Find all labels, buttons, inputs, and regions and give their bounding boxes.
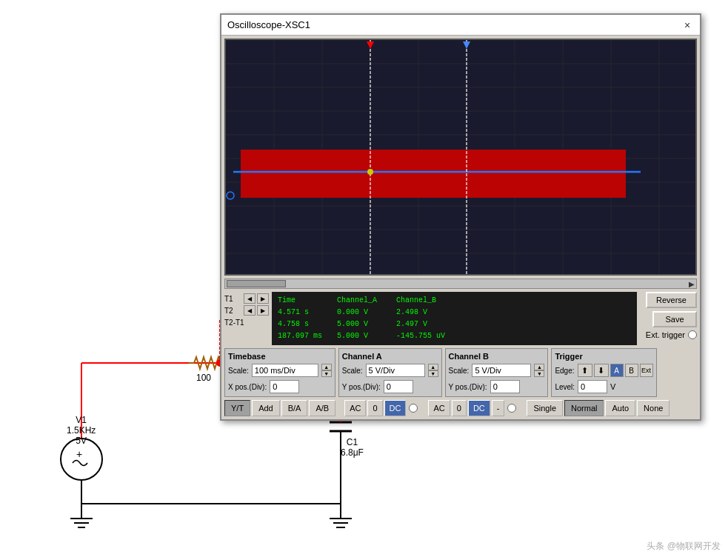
cha-dc-btn[interactable]: DC <box>384 400 407 416</box>
save-button[interactable]: Save <box>652 311 697 327</box>
t2-label: T2 <box>224 307 242 315</box>
v1-component-label: V1 1.5KHz 5V <box>67 415 96 446</box>
reverse-save-area: Reverse Save Ext. trigger <box>646 292 697 339</box>
channel-b-group: Channel B Scale: ▲ ▼ Y pos.(Div): <box>445 348 549 397</box>
auto-mode-btn[interactable]: Auto <box>605 400 635 416</box>
channel-a-title: Channel A <box>342 352 438 361</box>
oscilloscope-screen <box>224 39 697 276</box>
cha-ypos-input[interactable] <box>384 380 413 393</box>
cha-scale-up[interactable]: ▲ <box>428 364 438 370</box>
edge-falling-btn[interactable]: ⬇ <box>594 364 609 377</box>
channel-b-title: Channel B <box>449 352 545 361</box>
measurements-row: T1 ◀ ▶ T2 ◀ ▶ T2-T1 Time Channel_A Chann… <box>224 292 697 345</box>
oscilloscope-title: Oscilloscope-XSC1 <box>227 19 310 30</box>
ext-trigger-indicator <box>688 330 697 339</box>
oscilloscope-titlebar: Oscilloscope-XSC1 × <box>221 15 700 36</box>
t2t1-cha: 5.000 V <box>337 330 396 342</box>
cha-ac-btn[interactable]: AC <box>344 400 366 416</box>
svg-marker-45 <box>463 41 470 49</box>
col-cha-header: Channel_A <box>337 295 396 307</box>
chb-zero-btn[interactable]: 0 <box>452 400 467 416</box>
cha-scale-input[interactable] <box>366 364 425 377</box>
cha-ypos-label: Y pos.(Div): <box>342 383 381 391</box>
timebase-group: Timebase Scale: ▲ ▼ X pos.(Div): <box>224 348 335 397</box>
measurements-display: Time Channel_A Channel_B 4.571 s 0.000 V… <box>272 292 637 345</box>
r-component-label: 100 <box>196 373 211 383</box>
t1-chb: 2.498 V <box>396 307 455 319</box>
t2-cha: 5.000 V <box>337 319 396 330</box>
t2t1-label: T2-T1 <box>224 317 269 327</box>
add-mode-btn[interactable]: Add <box>252 400 280 416</box>
timebase-scale-up[interactable]: ▲ <box>321 364 332 370</box>
single-mode-btn[interactable]: Single <box>527 400 563 416</box>
chb-scale-down[interactable]: ▼ <box>534 370 544 377</box>
timebase-title: Timebase <box>228 352 332 361</box>
c1-component-label: C1 6.8μF <box>341 437 364 458</box>
chb-ypos-label: Y pos.(Div): <box>449 383 487 391</box>
t2t1-time: 187.097 ms <box>278 330 337 342</box>
edge-buttons: ⬆ ⬇ A B Ext <box>578 364 653 377</box>
ext-trigger-label: Ext. trigger <box>646 330 685 339</box>
chb-scale-input[interactable] <box>472 364 531 377</box>
edge-rising-btn[interactable]: ⬆ <box>578 364 592 377</box>
cha-scale-label: Scale: <box>342 367 363 375</box>
timebase-xpos-input[interactable] <box>270 380 299 393</box>
none-mode-btn[interactable]: None <box>637 400 669 416</box>
scrollbar-thumb[interactable] <box>227 280 286 287</box>
trigger-group: Trigger Edge: ⬆ ⬇ A B Ext Level: V <box>551 348 656 397</box>
trigger-ext-btn[interactable]: Ext <box>640 364 653 377</box>
timebase-scale-label: Scale: <box>228 367 249 375</box>
ab-mode-btn[interactable]: A/B <box>309 400 335 416</box>
trigger-edge-label: Edge: <box>555 367 574 375</box>
close-button[interactable]: × <box>681 19 694 32</box>
timebase-xpos-label: X pos.(Div): <box>228 383 267 391</box>
yt-mode-btn[interactable]: Y/T <box>224 400 250 416</box>
t2-chb: 2.497 V <box>396 319 455 330</box>
ext-trigger-row: Ext. trigger <box>646 330 697 339</box>
t1-label: T1 <box>224 295 242 303</box>
cursor-controls: T1 ◀ ▶ T2 ◀ ▶ T2-T1 <box>224 292 269 327</box>
control-panel: T1 ◀ ▶ T2 ◀ ▶ T2-T1 Time Channel_A Chann… <box>221 289 700 419</box>
t2-left-btn[interactable]: ◀ <box>244 305 256 316</box>
timebase-scale-input[interactable] <box>252 364 318 377</box>
oscilloscope-window: Oscilloscope-XSC1 × <box>220 13 701 421</box>
ba-mode-btn[interactable]: B/A <box>281 400 308 416</box>
cha-radio-indicator <box>409 404 418 413</box>
chb-ac-btn[interactable]: AC <box>428 400 450 416</box>
reverse-button[interactable]: Reverse <box>646 292 697 308</box>
t1-cha: 0.000 V <box>337 307 396 319</box>
t1-left-btn[interactable]: ◀ <box>244 293 256 304</box>
t1-time: 4.571 s <box>278 307 337 319</box>
t2-time: 4.758 s <box>278 319 337 330</box>
chb-minus-btn[interactable]: - <box>492 400 505 416</box>
oscilloscope-display <box>226 40 695 274</box>
chb-scale-up[interactable]: ▲ <box>534 364 544 370</box>
trigger-level-input[interactable] <box>578 380 607 393</box>
t1-right-btn[interactable]: ▶ <box>257 293 269 304</box>
t2t1-chb: -145.755 uV <box>396 330 455 342</box>
svg-point-46 <box>367 169 373 175</box>
trigger-title: Trigger <box>555 352 652 361</box>
svg-rect-40 <box>241 150 626 198</box>
cha-zero-btn[interactable]: 0 <box>367 400 382 416</box>
settings-row: Timebase Scale: ▲ ▼ X pos.(Div): Channel… <box>224 348 697 397</box>
svg-point-47 <box>227 192 234 199</box>
timebase-scale-down[interactable]: ▼ <box>321 370 332 377</box>
chb-ypos-input[interactable] <box>490 380 520 393</box>
col-time-header: Time <box>278 295 337 307</box>
chb-dc-btn[interactable]: DC <box>468 400 490 416</box>
t2-right-btn[interactable]: ▶ <box>257 305 269 316</box>
watermark: 头条 @物联网开发 <box>647 540 721 553</box>
horizontal-scrollbar[interactable]: ▶ <box>224 279 697 289</box>
trigger-level-label: Level: <box>555 383 575 391</box>
channel-a-group: Channel A Scale: ▲ ▼ Y pos.(Div): <box>338 348 442 397</box>
scrollbar-right-arrow[interactable]: ▶ <box>689 280 695 288</box>
normal-mode-btn[interactable]: Normal <box>564 400 604 416</box>
trigger-ch-b-btn[interactable]: B <box>625 364 638 377</box>
bottom-controls-row: Y/T Add B/A A/B AC 0 DC AC 0 DC - Single… <box>224 400 697 416</box>
cha-scale-down[interactable]: ▼ <box>428 370 438 377</box>
col-chb-header: Channel_B <box>396 295 455 307</box>
trigger-level-unit: V <box>610 382 615 391</box>
trigger-ch-a-btn[interactable]: A <box>610 364 624 377</box>
svg-marker-43 <box>367 41 374 49</box>
